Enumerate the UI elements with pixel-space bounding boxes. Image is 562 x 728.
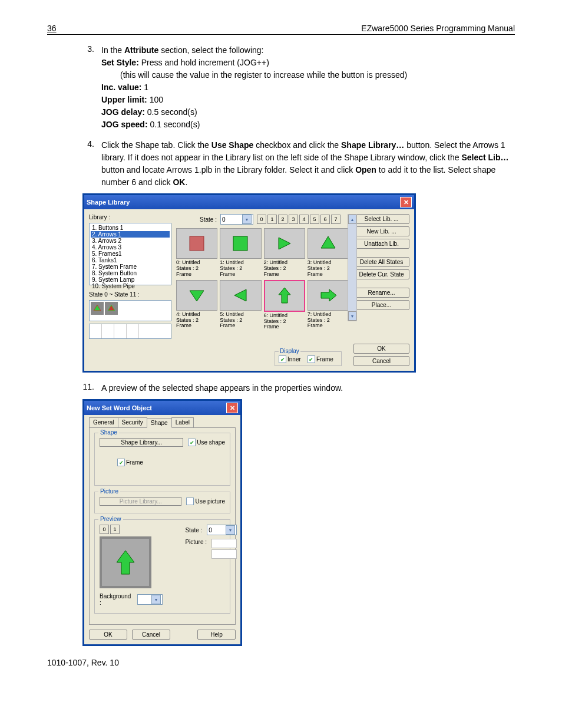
help-button[interactable]: Help (197, 630, 236, 640)
scroll-down-icon[interactable]: ▾ (348, 311, 356, 321)
svg-marker-0 (94, 305, 101, 311)
shape-cell[interactable] (176, 280, 217, 311)
close-icon[interactable]: ✕ (400, 197, 412, 207)
scrollbar[interactable]: ▴ ▾ (348, 214, 357, 321)
shape-cell[interactable] (308, 280, 349, 311)
state-range-label: State 0 ~ State 11 : (89, 291, 171, 298)
shape-cell[interactable] (220, 280, 261, 311)
svg-marker-4 (279, 238, 290, 249)
library-item[interactable]: 4. Arrows 3 (91, 244, 170, 251)
library-item[interactable]: 6. Tanks1 (91, 257, 170, 263)
scroll-up-icon[interactable]: ▴ (348, 215, 356, 224)
dialog-title: Shape Library (87, 199, 130, 206)
state-num-button[interactable]: 4 (299, 215, 309, 224)
svg-marker-10 (117, 551, 134, 574)
cancel-button[interactable]: Cancel (132, 630, 170, 640)
state-num-button[interactable]: 6 (320, 215, 330, 224)
new-set-word-object-dialog: New Set Word Object ✕ GeneralSecuritySha… (82, 399, 242, 646)
shape-cell[interactable] (176, 228, 217, 259)
library-item[interactable]: 7. System Frame (91, 263, 170, 270)
frame-checkbox[interactable]: ✔Frame (308, 355, 333, 363)
state-label: State : (200, 216, 217, 223)
picture-library-button[interactable]: Picture Library... (100, 497, 181, 506)
step3-line2: (this will cause the value in the regist… (120, 69, 515, 81)
library-item[interactable]: 1. Buttons 1 (91, 225, 170, 231)
picture-label: Picture : (185, 539, 207, 545)
library-item[interactable]: 8. System Button (91, 270, 170, 276)
inner-checkbox[interactable]: ✔Inner (279, 355, 301, 363)
library-item[interactable]: 9. System Lamp (91, 276, 170, 283)
frame-checkbox[interactable]: ✔Frame (117, 459, 143, 466)
step-number: 3. (75, 44, 101, 131)
place-button[interactable]: Place... (353, 300, 409, 310)
background-label: Background : (100, 593, 133, 606)
new-lib-button[interactable]: New Lib. ... (353, 226, 409, 236)
footer-rev: 1010-1007, Rev. 10 (47, 658, 515, 667)
background-combo[interactable]: ▾ (137, 594, 163, 605)
state-num-button[interactable]: 3 (289, 215, 298, 224)
shape-cell-label: 4: UntitledStates : 2Frame (176, 312, 217, 330)
picture-field (211, 539, 237, 548)
svg-marker-1 (108, 305, 115, 311)
library-list[interactable]: 1. Buttons 12. Arrows 13. Arrows 24. Arr… (89, 223, 171, 285)
state-num-button[interactable]: 5 (310, 215, 319, 224)
shape-cell[interactable] (264, 228, 305, 259)
shape-group-label: Shape (98, 429, 119, 436)
tab-security[interactable]: Security (118, 417, 147, 427)
state-combo[interactable]: 0▾ (220, 214, 253, 225)
close-icon[interactable]: ✕ (226, 403, 238, 413)
library-label: Library : (89, 214, 171, 220)
state-preview-empty (89, 324, 171, 339)
shape-cell-label: 7: UntitledStates : 2Frame (308, 312, 349, 330)
library-item[interactable]: 2. Arrows 1 (91, 231, 170, 238)
state-num-button[interactable]: 7 (331, 215, 340, 224)
picture-group-label: Picture (98, 488, 120, 495)
state-num-button[interactable]: 2 (278, 215, 287, 224)
use-picture-checkbox[interactable]: Use picture (186, 498, 225, 505)
step3-line1: Set Style: Press and hold increment (JOG… (101, 57, 515, 69)
tab-label[interactable]: Label (171, 417, 194, 427)
delete-cur-state-button[interactable]: Delete Cur. State (353, 269, 409, 279)
shape-cell-label: 3: UntitledStates : 2Frame (308, 260, 349, 278)
state-num-button[interactable]: 1 (267, 215, 277, 224)
library-item[interactable]: 5. Frames1 (91, 251, 170, 257)
svg-marker-7 (234, 289, 246, 301)
preview-state-button[interactable]: 0 (100, 525, 109, 534)
library-item[interactable]: 10. System Pipe (91, 283, 170, 289)
step4-text: Click the Shape tab. Click the Use Shape… (101, 139, 515, 189)
chevron-down-icon: ▾ (151, 595, 161, 604)
rename-button[interactable]: Rename... (353, 288, 409, 298)
step-number: 11. (75, 382, 101, 394)
svg-marker-6 (190, 291, 204, 301)
shape-cell[interactable] (308, 228, 349, 259)
tab-shape[interactable]: Shape (147, 418, 172, 428)
ok-button[interactable]: OK (89, 630, 127, 640)
cancel-button[interactable]: Cancel (353, 356, 409, 366)
delete-all-states-button[interactable]: Delete All States (353, 257, 409, 267)
tab-general[interactable]: General (89, 417, 118, 427)
ok-button[interactable]: OK (353, 344, 409, 354)
preview-state-button[interactable]: 1 (110, 525, 120, 534)
use-shape-checkbox[interactable]: ✔Use shape (188, 439, 225, 446)
unattach-lib-button[interactable]: Unattach Lib. (353, 239, 409, 249)
display-group-label: Display (279, 348, 300, 354)
svg-rect-3 (233, 236, 247, 251)
state-num-button[interactable]: 0 (257, 215, 266, 224)
step-number: 4. (75, 139, 101, 189)
shape-library-dialog: Shape Library ✕ Library : 1. Buttons 12.… (82, 193, 416, 373)
shape-cell[interactable] (264, 280, 305, 312)
dialog-title: New Set Word Object (87, 404, 152, 411)
select-lib-button[interactable]: Select Lib. ... (353, 214, 409, 224)
shape-cell[interactable] (220, 228, 261, 259)
step3-line5: JOG delay: 0.5 second(s) (101, 106, 515, 118)
shape-cell-label: 0: UntitledStates : 2Frame (176, 260, 217, 278)
preview-group-label: Preview (98, 516, 123, 522)
doc-title: EZware5000 Series Programming Manual (361, 24, 515, 33)
state-label: State : (185, 527, 202, 533)
svg-rect-2 (190, 236, 204, 251)
svg-marker-9 (321, 289, 336, 301)
state-combo[interactable]: 0▾ (207, 525, 236, 535)
library-item[interactable]: 3. Arrows 2 (91, 238, 170, 244)
chevron-down-icon: ▾ (242, 215, 252, 224)
shape-library-button[interactable]: Shape Library... (100, 438, 183, 447)
